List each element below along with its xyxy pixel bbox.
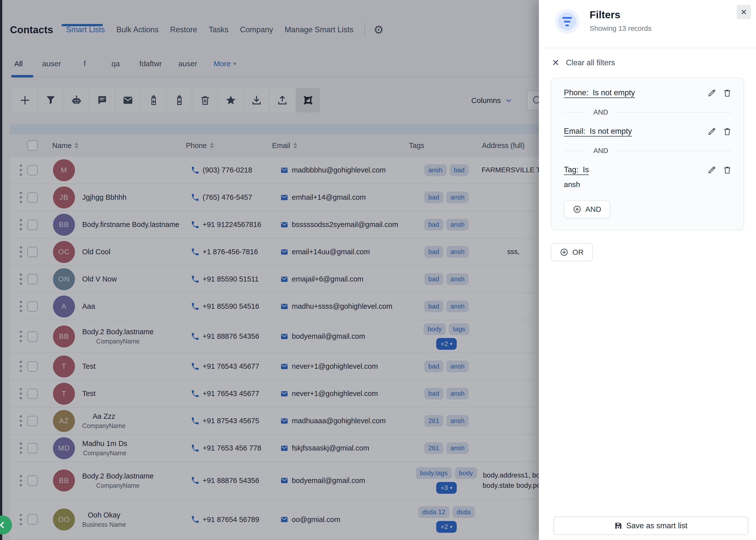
filter-condition: Tag: Isansh xyxy=(564,165,732,189)
filter-condition-label[interactable]: Tag: Is xyxy=(564,165,589,174)
filters-panel-header: Filters Showing 13 records ✕ xyxy=(539,0,756,48)
filter-condition-label[interactable]: Email: Is not empty xyxy=(564,127,632,136)
pencil-icon[interactable] xyxy=(707,88,716,98)
panel-title: Filters xyxy=(590,9,620,21)
or-label: OR xyxy=(572,248,584,256)
trash-icon[interactable] xyxy=(722,165,732,175)
clear-x-icon: ✕ xyxy=(552,58,559,67)
contacts-app: Contacts Smart ListsBulk ActionsRestoreT… xyxy=(0,0,756,540)
or-button-wrap: OR xyxy=(551,243,744,261)
plus-circle-icon xyxy=(573,205,581,213)
pencil-icon[interactable] xyxy=(707,127,716,136)
filters-panel: Filters Showing 13 records ✕ ✕ Clear all… xyxy=(539,0,756,540)
plus-circle-icon xyxy=(560,248,568,256)
save-as-smart-list-button[interactable]: Save as smart list xyxy=(553,516,748,535)
close-icon[interactable]: ✕ xyxy=(737,5,751,19)
clear-all-filters-label: Clear all filters xyxy=(566,58,615,67)
and-joiner: AND xyxy=(564,147,732,155)
pencil-icon[interactable] xyxy=(707,165,716,175)
filter-condition-value: ansh xyxy=(564,180,732,189)
filter-condition-label[interactable]: Phone: Is not empty xyxy=(564,88,635,97)
add-and-button[interactable]: AND xyxy=(564,200,610,218)
and-joiner: AND xyxy=(564,108,732,116)
trash-icon[interactable] xyxy=(722,88,732,98)
add-or-button[interactable]: OR xyxy=(551,243,593,261)
record-count: Showing 13 records xyxy=(590,25,651,33)
save-as-smart-list-label: Save as smart list xyxy=(626,521,688,530)
filter-group-card: Phone: Is not emptyANDEmail: Is not empt… xyxy=(551,78,744,230)
filter-condition: Phone: Is not empty xyxy=(564,88,732,98)
chevron-left-icon xyxy=(0,521,7,529)
filters-panel-body: ✕ Clear all filters Phone: Is not emptyA… xyxy=(539,48,756,261)
trash-icon[interactable] xyxy=(722,127,732,136)
clear-all-filters-button[interactable]: ✕ Clear all filters xyxy=(552,58,744,67)
filter-condition: Email: Is not empty xyxy=(564,127,732,136)
floppy-save-icon xyxy=(614,522,622,530)
filter-lines-icon xyxy=(555,9,579,34)
